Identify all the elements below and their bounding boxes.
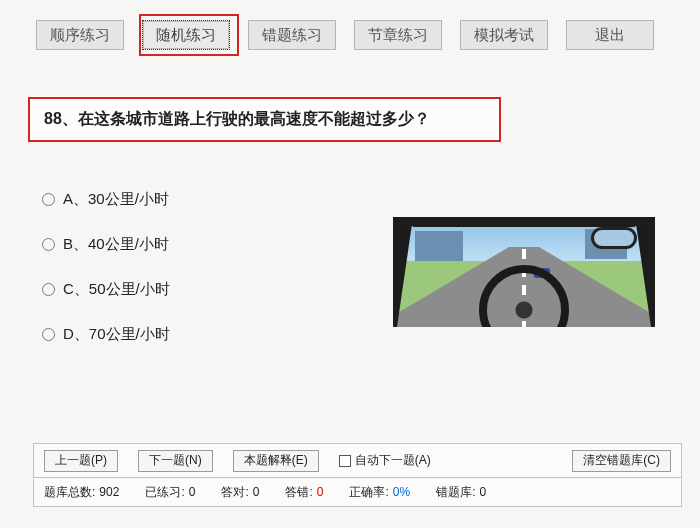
option-d[interactable]: D、70公里/小时 — [42, 325, 170, 344]
stat-total: 题库总数:902 — [44, 484, 119, 501]
nav-label: 顺序练习 — [50, 26, 110, 45]
toolbar: 上一题(P) 下一题(N) 本题解释(E) 自动下一题(A) 清空错题库(C) — [33, 443, 682, 478]
btn-label: 上一题(P) — [55, 452, 107, 469]
status-bar: 题库总数:902 已练习:0 答对:0 答错:0 正确率:0% 错题库:0 — [33, 479, 682, 507]
question-text: 88、在这条城市道路上行驶的最高速度不能超过多少？ — [44, 109, 430, 130]
nav-label: 随机练习 — [156, 26, 216, 45]
clear-wrong-button[interactable]: 清空错题库(C) — [572, 450, 671, 472]
option-a[interactable]: A、30公里/小时 — [42, 190, 170, 209]
stat-value: 0 — [253, 485, 260, 499]
btn-label: 清空错题库(C) — [583, 452, 660, 469]
stat-label: 正确率: — [349, 485, 388, 499]
options-list: A、30公里/小时 B、40公里/小时 C、50公里/小时 D、70公里/小时 — [42, 190, 170, 344]
nav-exit[interactable]: 退出 — [566, 20, 654, 50]
stat-practiced: 已练习:0 — [145, 484, 195, 501]
question-box: 88、在这条城市道路上行驶的最高速度不能超过多少？ — [28, 97, 501, 142]
nav-chapter[interactable]: 节章练习 — [354, 20, 442, 50]
stat-value: 0 — [317, 485, 324, 499]
nav-label: 退出 — [595, 26, 625, 45]
stat-label: 错题库: — [436, 485, 475, 499]
option-label: B、40公里/小时 — [63, 235, 169, 254]
stat-value: 0% — [393, 485, 410, 499]
radio-icon — [42, 283, 55, 296]
stat-label: 题库总数: — [44, 485, 95, 499]
stat-value: 902 — [99, 485, 119, 499]
radio-icon — [42, 238, 55, 251]
option-c[interactable]: C、50公里/小时 — [42, 280, 170, 299]
prev-button[interactable]: 上一题(P) — [44, 450, 118, 472]
nav-label: 模拟考试 — [474, 26, 534, 45]
building-icon — [415, 231, 463, 261]
stat-label: 答对: — [221, 485, 248, 499]
option-label: C、50公里/小时 — [63, 280, 170, 299]
btn-label: 本题解释(E) — [244, 452, 308, 469]
question-image — [393, 217, 655, 327]
stat-label: 答错: — [285, 485, 312, 499]
rearview-mirror-icon — [591, 227, 637, 249]
auto-next-checkbox[interactable]: 自动下一题(A) — [339, 452, 431, 469]
checkbox-icon — [339, 455, 351, 467]
stat-value: 0 — [480, 485, 487, 499]
stat-rate: 正确率:0% — [349, 484, 410, 501]
car-roof-icon — [393, 217, 655, 227]
radio-icon — [42, 193, 55, 206]
btn-label: 下一题(N) — [149, 452, 202, 469]
explain-button[interactable]: 本题解释(E) — [233, 450, 319, 472]
next-button[interactable]: 下一题(N) — [138, 450, 213, 472]
nav-label: 节章练习 — [368, 26, 428, 45]
option-b[interactable]: B、40公里/小时 — [42, 235, 170, 254]
stat-value: 0 — [189, 485, 196, 499]
radio-icon — [42, 328, 55, 341]
nav-wrong[interactable]: 错题练习 — [248, 20, 336, 50]
nav-row: 顺序练习 随机练习 错题练习 节章练习 模拟考试 退出 — [36, 20, 654, 50]
nav-random[interactable]: 随机练习 — [142, 20, 230, 50]
checkbox-label: 自动下一题(A) — [355, 452, 431, 469]
stat-wrong: 答错:0 — [285, 484, 323, 501]
option-label: D、70公里/小时 — [63, 325, 170, 344]
nav-mock[interactable]: 模拟考试 — [460, 20, 548, 50]
nav-sequential[interactable]: 顺序练习 — [36, 20, 124, 50]
stat-wronglib: 错题库:0 — [436, 484, 486, 501]
nav-label: 错题练习 — [262, 26, 322, 45]
option-label: A、30公里/小时 — [63, 190, 169, 209]
stat-correct: 答对:0 — [221, 484, 259, 501]
stat-label: 已练习: — [145, 485, 184, 499]
